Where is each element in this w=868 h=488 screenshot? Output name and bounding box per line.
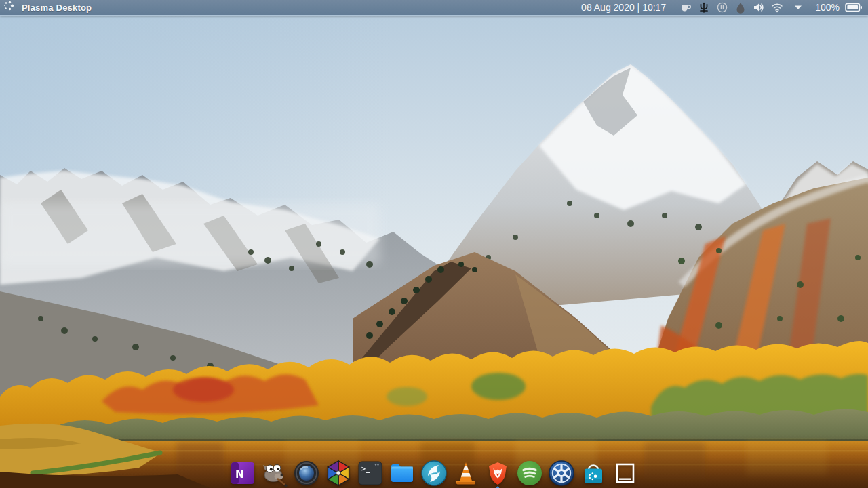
volume-icon[interactable]: [753, 1, 765, 14]
dock-item-system-settings[interactable]: [548, 460, 575, 487]
dock-item-falkon[interactable]: [420, 460, 448, 487]
dock: N: [229, 460, 639, 487]
dock-item-color-shutter[interactable]: [325, 460, 352, 487]
wifi-icon[interactable]: [771, 1, 783, 14]
trident-icon[interactable]: [698, 1, 710, 14]
terminal-prompt: >_: [361, 465, 370, 473]
dock-item-terminal[interactable]: >_: [357, 460, 384, 487]
dock-item-spotify[interactable]: [516, 460, 543, 487]
clock[interactable]: 08 Aug 2020 | 10:17: [581, 2, 666, 13]
coffee-cup-icon[interactable]: [679, 1, 692, 14]
system-tray: [679, 1, 804, 14]
dock-item-folder[interactable]: [389, 460, 416, 487]
battery-percent: 100%: [815, 2, 840, 13]
dock-item-gimp[interactable]: [261, 460, 288, 487]
desktop-wallpaper: [0, 0, 868, 488]
dock-item-vlc[interactable]: [452, 460, 479, 487]
battery-full-icon[interactable]: [845, 1, 863, 14]
onenote-letter: N: [235, 468, 244, 481]
chevron-down-icon[interactable]: [792, 1, 804, 14]
water-drop-icon[interactable]: [734, 1, 747, 14]
pause-circle-icon[interactable]: [716, 1, 728, 14]
dock-item-discover[interactable]: [580, 460, 607, 487]
plasma-dots-logo-icon: [3, 0, 15, 15]
dock-item-window-outline[interactable]: [612, 460, 639, 487]
dock-item-brave[interactable]: [484, 460, 511, 487]
active-window-title: Plasma Desktop: [22, 3, 92, 13]
dock-item-onenote[interactable]: N: [229, 460, 256, 487]
app-launcher-button[interactable]: [0, 0, 18, 15]
dock-item-camera-lens[interactable]: [293, 460, 320, 487]
top-panel: Plasma Desktop 08 Aug 2020 | 10:17: [0, 0, 868, 16]
